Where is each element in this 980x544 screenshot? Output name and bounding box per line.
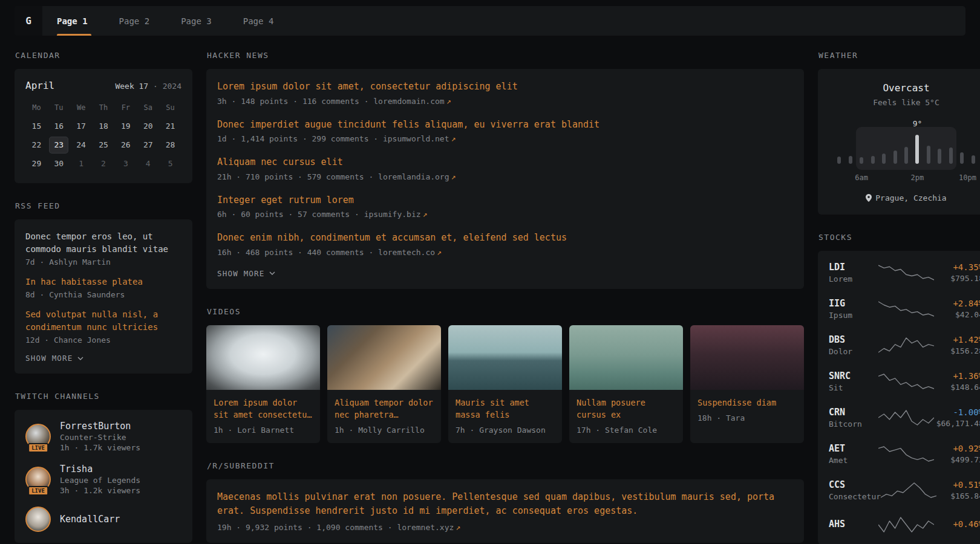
weather-bar <box>860 157 863 164</box>
tab-page-1[interactable]: Page 1 <box>57 6 103 36</box>
hn-item: Aliquam nec cursus elit 21h · 710 points… <box>217 155 793 181</box>
hn-domain-link[interactable]: ipsumworld.net <box>383 134 449 143</box>
video-title[interactable]: Suspendisse diam <box>690 390 804 409</box>
tab-page-3[interactable]: Page 3 <box>181 6 227 36</box>
tab-page-4[interactable]: Page 4 <box>243 6 290 36</box>
stock-price: $156.28 <box>934 346 980 355</box>
chevron-down-icon <box>77 357 83 360</box>
rss-show-more-button[interactable]: SHOW MORE <box>25 354 83 363</box>
video-thumbnail[interactable] <box>569 325 683 390</box>
twitch-channel-row[interactable]: LIVE ForrestBurton Counter-Strike 1h · 1… <box>25 421 181 452</box>
video-card[interactable]: Nullam posuere cursus ex 17h · Stefan Co… <box>569 325 683 444</box>
rss-item-meta: 7d · Ashlyn Martin <box>25 257 181 267</box>
twitch-card: LIVE ForrestBurton Counter-Strike 1h · 1… <box>15 410 192 543</box>
weather-bar <box>960 152 964 164</box>
video-card[interactable]: Lorem ipsum dolor sit amet consectetu… 1… <box>206 325 320 444</box>
stock-row: CCSConsectetur +0.51%$165.84 <box>829 472 980 508</box>
rss-item-title[interactable]: In hac habitasse platea <box>25 276 181 288</box>
rss-item-title[interactable]: Donec tempor eros leo, ut commodo mauris… <box>25 230 181 256</box>
channel-avatar[interactable] <box>25 507 51 532</box>
weekday-label: Sa <box>137 103 159 112</box>
external-link-icon: ↗ <box>446 97 451 106</box>
channel-category[interactable]: Counter-Strike <box>60 433 140 442</box>
calendar-day: 20 <box>139 118 158 135</box>
hn-domain-link[interactable]: ipsumify.biz <box>364 210 421 219</box>
weekday-label: We <box>70 103 93 112</box>
weekday-label: Th <box>93 103 115 112</box>
video-title[interactable]: Nullam posuere cursus ex <box>569 390 683 421</box>
twitch-channel-row[interactable]: LIVE Trisha League of Legends 3h · 1.2k … <box>25 464 181 495</box>
channel-name[interactable]: Trisha <box>60 464 140 474</box>
twitch-channel-row[interactable]: KendallCarr <box>25 507 181 532</box>
stock-sparkline <box>878 264 934 282</box>
hn-show-more-button[interactable]: SHOW MORE <box>217 269 275 278</box>
video-card[interactable]: Mauris sit amet massa felis 7h · Grayson… <box>448 325 562 444</box>
video-title[interactable]: Lorem ipsum dolor sit amet consectetu… <box>206 390 320 421</box>
hn-domain-link[interactable]: loremdomain.com <box>373 97 444 106</box>
live-badge: LIVE <box>28 443 48 453</box>
video-card[interactable]: Suspendisse diam 18h · Tara <box>690 325 804 444</box>
hn-item-title[interactable]: Donec imperdiet augue tincidunt felis al… <box>217 118 793 132</box>
external-link-icon: ↗ <box>423 210 428 219</box>
weather-time-label: 10pm <box>959 173 976 182</box>
channel-avatar[interactable]: LIVE <box>25 467 51 492</box>
video-thumbnail[interactable] <box>690 325 804 390</box>
stock-name: Ipsum <box>829 311 878 320</box>
subreddit-card: Maecenas mollis pulvinar erat non posuer… <box>206 479 804 543</box>
stock-symbol: AHS <box>829 519 878 529</box>
calendar-card: April Week 17 · 2024 Mo Tu We Th Fr Sa <box>15 69 192 183</box>
reddit-domain-link[interactable]: loremnet.xyz <box>397 523 454 532</box>
calendar-week-year: Week 17 · 2024 <box>115 82 181 91</box>
weather-feels-like: Feels like 5°C <box>829 98 980 107</box>
weather-bar <box>927 146 930 164</box>
reddit-post-title[interactable]: Maecenas mollis pulvinar erat non posuer… <box>217 490 793 519</box>
channel-avatar[interactable]: LIVE <box>25 424 51 449</box>
hn-item-title[interactable]: Integer eget rutrum lorem <box>217 193 793 207</box>
calendar-week: Week 17 <box>115 82 148 91</box>
hn-item-title[interactable]: Donec enim nibh, condimentum et accumsan… <box>217 231 793 245</box>
stock-change: +0.46% <box>934 519 980 529</box>
video-title[interactable]: Aliquam tempor dolor nec pharetra… <box>327 390 441 421</box>
rss-item-title[interactable]: Sed volutpat nulla nisl, a condimentum n… <box>25 308 181 334</box>
tab-page-2[interactable]: Page 2 <box>119 6 166 36</box>
stock-price: $499.72 <box>934 455 980 464</box>
stock-row: IIGIpsum +2.84%$42.04 <box>829 291 980 327</box>
hn-item-meta: 21h · 710 points · 579 comments · loreml… <box>217 172 793 181</box>
tab-label: Page 4 <box>243 16 274 26</box>
weekday-label: Mo <box>25 103 48 112</box>
hackernews-widget-title: HACKER NEWS <box>207 51 804 60</box>
video-title[interactable]: Mauris sit amet massa felis <box>448 390 562 421</box>
stock-symbol: SNRC <box>829 371 878 381</box>
weather-bar <box>938 149 941 164</box>
video-thumbnail[interactable] <box>448 325 562 390</box>
channel-meta: 1h · 1.7k viewers <box>60 443 140 452</box>
stock-row: LDILorem +4.35%$795.18 <box>829 254 980 291</box>
hn-item-title[interactable]: Aliquam nec cursus elit <box>217 155 793 169</box>
stock-symbol: LDI <box>829 262 878 273</box>
channel-category[interactable]: League of Legends <box>60 476 140 485</box>
hn-domain-link[interactable]: loremtech.co <box>378 248 435 257</box>
dashboard-grid: CALENDAR April Week 17 · 2024 Mo Tu We <box>15 51 935 544</box>
channel-name[interactable]: ForrestBurton <box>60 421 140 432</box>
weekday-label: Fr <box>114 103 137 112</box>
top-nav: G Page 1 Page 2 Page 3 Page 4 <box>15 6 965 36</box>
calendar-day-next-month: 4 <box>139 155 158 172</box>
video-card[interactable]: Aliquam tempor dolor nec pharetra… 1h · … <box>327 325 441 444</box>
stock-symbol: IIG <box>829 298 878 309</box>
video-meta: 1h · Lori Barnett <box>206 421 320 443</box>
external-link-icon: ↗ <box>437 248 442 257</box>
stock-name: Bitcorn <box>829 419 878 429</box>
tab-label: Page 1 <box>57 16 88 26</box>
calendar-day: 21 <box>161 118 180 135</box>
hn-item-title[interactable]: Lorem ipsum dolor sit amet, consectetur … <box>217 80 793 94</box>
chevron-down-icon <box>269 271 275 275</box>
video-thumbnail[interactable] <box>206 325 320 390</box>
external-link-icon: ↗ <box>451 134 456 143</box>
hn-domain-link[interactable]: loremlandia.org <box>378 172 449 181</box>
peak-temp-label: 9° <box>913 119 923 128</box>
weather-bar <box>893 151 897 164</box>
video-thumbnail[interactable] <box>327 325 441 390</box>
stocks-widget: STOCKS LDILorem +4.35%$795.18 IIGIpsum +… <box>818 233 980 544</box>
app-logo[interactable]: G <box>15 6 42 36</box>
channel-name[interactable]: KendallCarr <box>60 514 120 525</box>
